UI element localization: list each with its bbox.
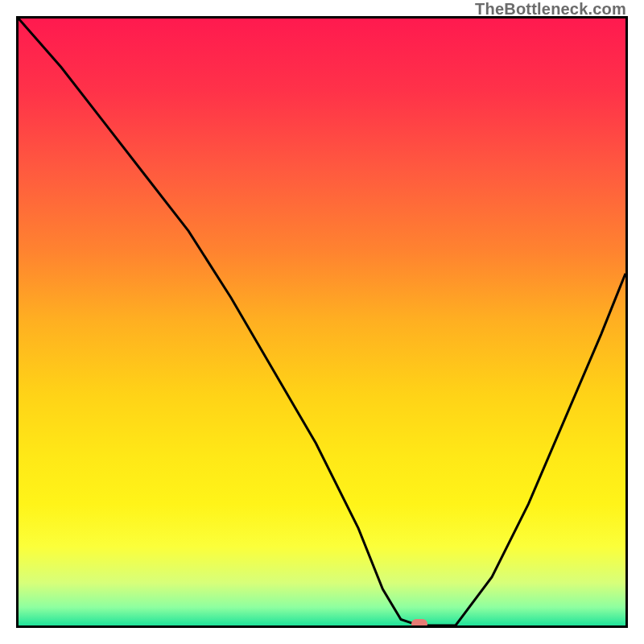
plot-area bbox=[16, 16, 628, 628]
gradient-background bbox=[19, 19, 625, 625]
frame: TheBottleneck.com bbox=[0, 0, 644, 644]
svg-rect-0 bbox=[19, 19, 625, 625]
minimum-marker bbox=[411, 619, 427, 628]
